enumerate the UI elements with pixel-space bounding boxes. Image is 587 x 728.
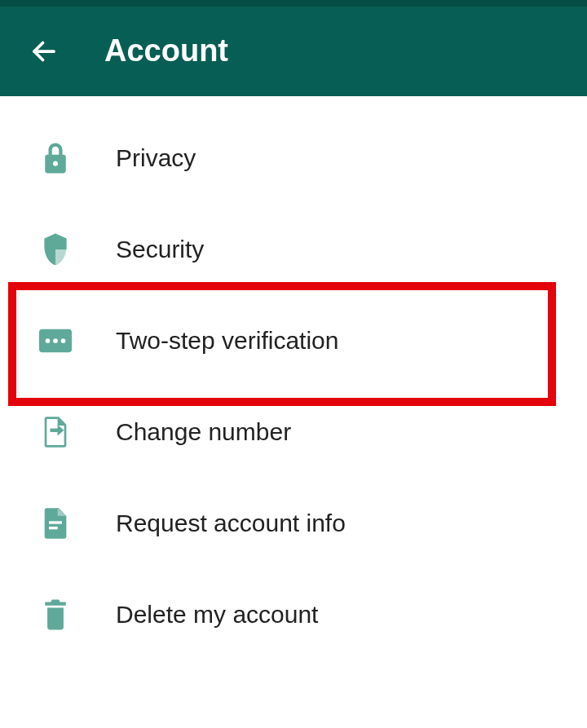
settings-list: Privacy Security Two-step verification [0,96,587,660]
document-icon [39,507,72,540]
list-item-label: Two-step verification [116,327,338,355]
list-item-security[interactable]: Security [0,204,587,295]
list-item-request-info[interactable]: Request account info [0,478,587,569]
svg-rect-5 [49,521,62,523]
list-item-change-number[interactable]: Change number [0,386,587,478]
page-title: Account [104,33,228,68]
list-item-label: Privacy [116,144,196,172]
status-bar [0,0,587,7]
pin-icon [39,324,72,357]
back-button[interactable] [29,37,59,66]
list-item-label: Request account info [116,510,346,537]
shield-icon [39,233,72,266]
svg-rect-6 [49,527,58,529]
svg-point-4 [61,338,66,343]
lock-icon [39,142,72,174]
trash-icon [39,598,72,631]
list-item-label: Change number [116,418,291,446]
svg-point-2 [46,338,51,343]
svg-point-3 [53,338,58,343]
app-bar: Account [0,7,587,96]
list-item-two-step-verification[interactable]: Two-step verification [0,295,587,386]
list-item-label: Delete my account [116,601,318,629]
arrow-back-icon [29,37,59,66]
sim-arrow-icon [39,416,72,448]
list-item-label: Security [116,236,204,263]
list-item-delete-account[interactable]: Delete my account [0,569,587,660]
list-item-privacy[interactable]: Privacy [0,113,587,204]
